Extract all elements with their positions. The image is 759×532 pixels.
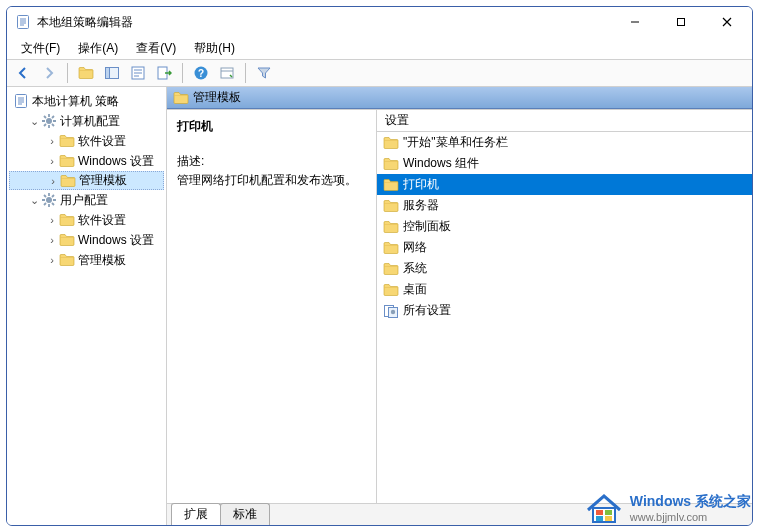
content-body: 本地计算机 策略 ⌄ 计算机配置 › 软件设置 › Windows 设置 › 管… [7, 87, 752, 525]
folder-icon [59, 252, 75, 268]
tab-standard[interactable]: 标准 [220, 503, 270, 525]
tree-label: 软件设置 [78, 133, 126, 150]
tree-windows-settings[interactable]: › Windows 设置 [9, 151, 164, 171]
svg-rect-7 [106, 68, 110, 79]
list-item-label: 桌面 [403, 281, 427, 298]
export-button[interactable] [152, 61, 176, 85]
up-button[interactable] [74, 61, 98, 85]
list-item[interactable]: "开始"菜单和任务栏 [377, 132, 752, 153]
list-item-label: "开始"菜单和任务栏 [403, 134, 508, 151]
window-title: 本地组策略编辑器 [37, 14, 133, 31]
toolbar-separator [182, 63, 183, 83]
description-pane: 打印机 描述: 管理网络打印机配置和发布选项。 [167, 110, 377, 503]
column-label: 设置 [385, 112, 409, 129]
svg-rect-16 [596, 516, 603, 521]
list-item[interactable]: Windows 组件 [377, 153, 752, 174]
tree-admin-templates[interactable]: › 管理模板 [9, 171, 164, 190]
expand-icon[interactable]: › [45, 155, 59, 167]
list-item[interactable]: 服务器 [377, 195, 752, 216]
svg-rect-17 [605, 516, 612, 521]
tab-extended[interactable]: 扩展 [171, 503, 221, 525]
description-text: 管理网络打印机配置和发布选项。 [177, 172, 366, 189]
forward-button[interactable] [37, 61, 61, 85]
back-button[interactable] [11, 61, 35, 85]
list-item[interactable]: 所有设置 [377, 300, 752, 321]
tree-software-settings[interactable]: › 软件设置 [9, 131, 164, 151]
show-hide-tree-button[interactable] [100, 61, 124, 85]
maximize-button[interactable] [658, 7, 704, 37]
list-item-label: Windows 组件 [403, 155, 479, 172]
menubar: 文件(F) 操作(A) 查看(V) 帮助(H) [7, 37, 752, 59]
tree-user-software-settings[interactable]: › 软件设置 [9, 210, 164, 230]
folder-icon [59, 133, 75, 149]
folder-icon [383, 261, 399, 277]
filter-button[interactable] [252, 61, 276, 85]
tree-label: 软件设置 [78, 212, 126, 229]
menu-file[interactable]: 文件(F) [13, 38, 68, 59]
list-item[interactable]: 系统 [377, 258, 752, 279]
settings-list[interactable]: "开始"菜单和任务栏Windows 组件打印机服务器控制面板网络系统桌面所有设置 [377, 132, 752, 503]
list-item-label: 网络 [403, 239, 427, 256]
tree-label: 管理模板 [79, 172, 127, 189]
toolbar-separator [245, 63, 246, 83]
close-button[interactable] [704, 7, 750, 37]
expand-icon[interactable]: › [45, 214, 59, 226]
gear-icon [41, 192, 57, 208]
app-icon [15, 14, 31, 30]
toolbar-separator [67, 63, 68, 83]
tree-label: Windows 设置 [78, 153, 154, 170]
tree-user-admin-templates[interactable]: › 管理模板 [9, 250, 164, 270]
tree-user-config[interactable]: ⌄ 用户配置 [9, 190, 164, 210]
expand-icon[interactable]: › [45, 254, 59, 266]
help-button[interactable]: ? [189, 61, 213, 85]
list-item-label: 系统 [403, 260, 427, 277]
folder-icon [383, 156, 399, 172]
collapse-icon[interactable]: ⌄ [27, 115, 41, 128]
options-button[interactable] [215, 61, 239, 85]
list-item[interactable]: 桌面 [377, 279, 752, 300]
folder-icon [173, 90, 189, 106]
folder-icon [59, 153, 75, 169]
tree-label: 本地计算机 策略 [32, 93, 119, 110]
folder-icon [383, 282, 399, 298]
watermark-brand: Windows 系统之家 [630, 493, 751, 511]
app-window: 本地组策略编辑器 文件(F) 操作(A) 查看(V) 帮助(H) [6, 6, 753, 526]
tree-root[interactable]: 本地计算机 策略 [9, 91, 164, 111]
expand-icon[interactable]: › [45, 135, 59, 147]
description-label: 描述: [177, 153, 366, 170]
watermark: Windows 系统之家 www.bjjmlv.com [584, 490, 751, 526]
folder-icon [59, 212, 75, 228]
tree-panel[interactable]: 本地计算机 策略 ⌄ 计算机配置 › 软件设置 › Windows 设置 › 管… [7, 87, 167, 525]
folder-icon [59, 232, 75, 248]
details-header: 管理模板 [167, 87, 752, 109]
list-item[interactable]: 控制面板 [377, 216, 752, 237]
menu-help[interactable]: 帮助(H) [186, 38, 243, 59]
all-settings-icon [383, 303, 399, 319]
properties-button[interactable] [126, 61, 150, 85]
list-item-label: 打印机 [403, 176, 439, 193]
menu-view[interactable]: 查看(V) [128, 38, 184, 59]
folder-icon [383, 240, 399, 256]
list-pane: 设置 "开始"菜单和任务栏Windows 组件打印机服务器控制面板网络系统桌面所… [377, 110, 752, 503]
description-heading: 打印机 [177, 118, 366, 135]
list-item[interactable]: 打印机 [377, 174, 752, 195]
svg-rect-15 [605, 510, 612, 515]
svg-rect-14 [596, 510, 603, 515]
collapse-icon[interactable]: ⌄ [27, 194, 41, 207]
minimize-button[interactable] [612, 7, 658, 37]
house-icon [584, 490, 624, 526]
expand-icon[interactable]: › [46, 175, 60, 187]
folder-icon [383, 177, 399, 193]
gear-icon [41, 113, 57, 129]
tree-computer-config[interactable]: ⌄ 计算机配置 [9, 111, 164, 131]
list-item-label: 服务器 [403, 197, 439, 214]
menu-action[interactable]: 操作(A) [70, 38, 126, 59]
list-column-header[interactable]: 设置 [377, 110, 752, 132]
expand-icon[interactable]: › [45, 234, 59, 246]
list-item[interactable]: 网络 [377, 237, 752, 258]
details-header-title: 管理模板 [193, 89, 241, 106]
tree-label: 用户配置 [60, 192, 108, 209]
watermark-url: www.bjjmlv.com [630, 511, 751, 523]
list-item-label: 控制面板 [403, 218, 451, 235]
tree-user-windows-settings[interactable]: › Windows 设置 [9, 230, 164, 250]
